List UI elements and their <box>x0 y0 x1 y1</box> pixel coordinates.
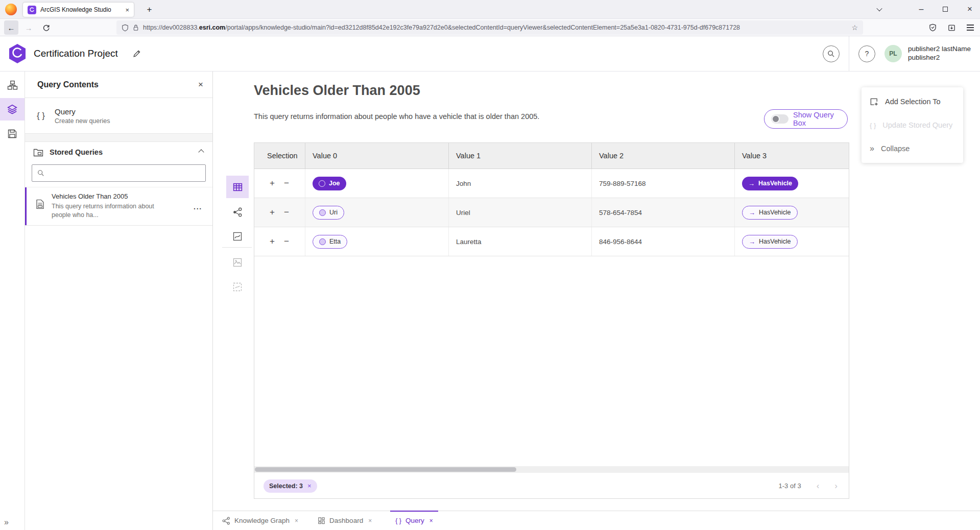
relationship-cell: →HasVehicle <box>735 198 849 227</box>
browser-window: ArcGIS Knowledge Studio × + – × ← → http… <box>0 0 980 530</box>
pocket-save-icon[interactable] <box>929 23 937 32</box>
remove-from-selection-button[interactable]: − <box>284 178 289 188</box>
header-divider <box>849 36 849 71</box>
browser-tab-strip: ArcGIS Knowledge Studio × + – × <box>0 0 980 19</box>
add-to-map-button[interactable] <box>226 251 249 274</box>
reload-button[interactable] <box>39 20 53 35</box>
braces-icon: { } <box>34 111 47 121</box>
menu-item-collapse[interactable]: » Collapse <box>862 137 963 160</box>
relationship-pill[interactable]: →HasVehicle <box>742 235 798 249</box>
previous-page-button[interactable]: ‹ <box>817 481 820 491</box>
next-page-button[interactable]: › <box>834 481 838 491</box>
tab-knowledge-graph[interactable]: Knowledge Graph × <box>217 511 303 530</box>
back-button[interactable]: ← <box>4 20 18 35</box>
sidebar-item-save[interactable] <box>0 123 25 145</box>
query-item[interactable]: { } Query Create new queries <box>25 98 212 134</box>
forward-button[interactable]: → <box>21 20 36 35</box>
list-all-tabs-button[interactable] <box>869 0 890 18</box>
stored-queries-search[interactable] <box>32 164 206 182</box>
sidebar-item-contents[interactable] <box>0 98 25 121</box>
tab-close-icon[interactable]: × <box>295 517 298 524</box>
scrollbar-thumb[interactable] <box>255 467 516 472</box>
entity-dot-icon <box>319 209 326 216</box>
minimize-button[interactable]: – <box>911 0 931 18</box>
add-to-selection-button[interactable]: + <box>270 236 275 247</box>
stored-query-options-icon[interactable]: ··· <box>194 205 202 213</box>
selection-context-menu: Add Selection To { } Update Stored Query… <box>862 87 963 163</box>
show-query-box-toggle[interactable]: Show Query Box <box>764 109 848 129</box>
selection-cell: + − <box>254 198 305 227</box>
table-row: + − Etta Lauretta 846-956-8644 →HasVehic… <box>254 227 849 256</box>
braces-icon: { } <box>395 517 401 524</box>
column-header[interactable]: Value 3 <box>735 143 849 168</box>
selection-tool-button[interactable] <box>226 276 249 298</box>
arrow-right-icon: → <box>749 209 755 216</box>
bookmark-star-icon[interactable]: ☆ <box>851 23 858 32</box>
user-info[interactable]: publisher2 lastName publisher2 <box>908 45 971 62</box>
tab-dashboard[interactable]: Dashboard × <box>313 511 377 530</box>
remove-from-selection-button[interactable]: − <box>284 207 289 218</box>
add-to-selection-button[interactable]: + <box>270 178 275 188</box>
maximize-button[interactable] <box>935 0 955 18</box>
clear-selection-icon[interactable]: × <box>307 482 312 490</box>
edit-project-title-button[interactable] <box>132 49 141 58</box>
table-icon <box>232 182 243 192</box>
stored-queries-header[interactable]: Stored Queries <box>25 142 212 162</box>
entity-dot-icon <box>319 180 325 187</box>
selected-count-chip[interactable]: Selected: 3 × <box>264 479 317 493</box>
search-button[interactable] <box>823 45 840 62</box>
horizontal-scrollbar[interactable] <box>254 466 849 473</box>
firefox-logo-icon[interactable] <box>5 4 17 15</box>
column-header[interactable]: Selection <box>254 143 305 168</box>
menu-item-update-stored-query[interactable]: { } Update Stored Query <box>862 113 963 137</box>
help-button[interactable]: ? <box>858 45 875 62</box>
table-header-row: Selection Value 0 Value 1 Value 2 Value … <box>254 143 849 169</box>
column-header[interactable]: Value 0 <box>305 143 449 168</box>
browser-tab[interactable]: ArcGIS Knowledge Studio × <box>23 3 134 17</box>
relationship-pill[interactable]: →HasVehicle <box>742 177 798 190</box>
entity-pill[interactable]: Uri <box>313 206 344 220</box>
expand-rail-button[interactable]: » <box>4 518 9 527</box>
link-chart-view-button[interactable] <box>226 201 249 223</box>
value-cell: John <box>449 169 592 198</box>
sidebar-item-data-model[interactable] <box>0 74 25 96</box>
relationship-pill[interactable]: →HasVehicle <box>742 206 798 220</box>
chevron-up-icon[interactable] <box>198 149 204 155</box>
tab-close-icon[interactable]: × <box>368 517 372 524</box>
folder-icon <box>33 148 43 157</box>
tab-label: Query <box>405 517 424 524</box>
new-tab-button[interactable]: + <box>143 3 156 16</box>
tool-strip-divider <box>222 247 252 248</box>
user-name: publisher2 lastName <box>908 45 971 54</box>
remove-from-selection-button[interactable]: − <box>284 236 289 247</box>
entity-pill[interactable]: Etta <box>313 235 347 249</box>
table-view-button[interactable] <box>226 176 249 198</box>
table-row: + − Joe John 759-889-57168 →HasVehicle <box>254 169 849 198</box>
menu-item-add-selection-to[interactable]: Add Selection To <box>862 90 963 113</box>
map-view-button[interactable] <box>226 225 249 248</box>
toolbar-right-icons <box>929 20 977 35</box>
tab-close-icon[interactable]: × <box>429 517 433 524</box>
column-header[interactable]: Value 2 <box>592 143 735 168</box>
query-item-title: Query <box>55 107 110 116</box>
column-header[interactable]: Value 1 <box>449 143 592 168</box>
url-bar[interactable]: https://dev0028833.esri.com/portal/apps/… <box>116 20 863 35</box>
search-input[interactable] <box>49 170 200 177</box>
tab-query[interactable]: { } Query × <box>390 511 438 530</box>
dashboard-icon <box>318 517 325 524</box>
knowledge-graph-icon <box>222 517 230 525</box>
add-to-selection-button[interactable]: + <box>270 207 275 218</box>
entity-pill[interactable]: Joe <box>313 177 346 190</box>
double-chevron-right-icon: » <box>870 144 874 153</box>
library-icon[interactable] <box>948 24 955 32</box>
relationship-cell: →HasVehicle <box>735 227 849 256</box>
panel-close-icon[interactable]: × <box>198 80 203 90</box>
menu-icon[interactable] <box>967 25 974 30</box>
avatar[interactable]: PL <box>885 45 902 62</box>
window-close-button[interactable]: × <box>960 0 980 18</box>
tab-close-icon[interactable]: × <box>125 6 129 14</box>
show-query-box-label: Show Query Box <box>793 111 841 127</box>
stored-query-item[interactable]: Vehicles Older Than 2005 This query retu… <box>25 187 212 226</box>
value-cell: 578-654-7854 <box>592 198 735 227</box>
toggle-switch[interactable] <box>771 114 788 124</box>
